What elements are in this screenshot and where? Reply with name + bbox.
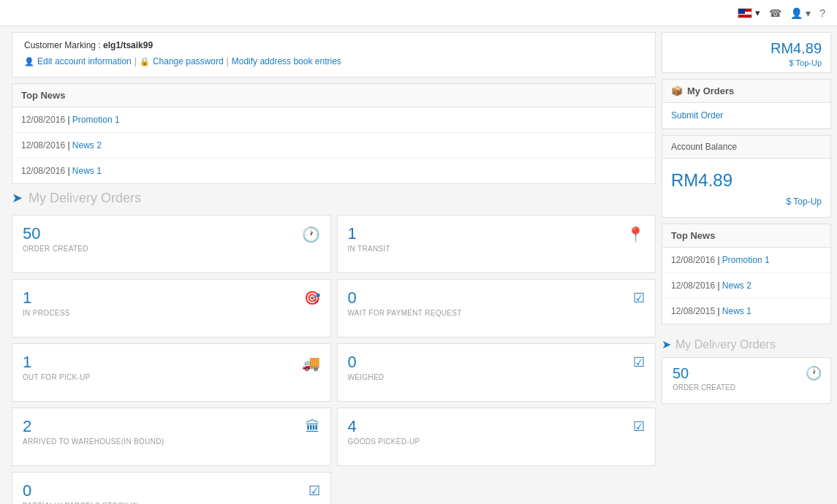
order-label-warehouse: ARRIVED TO WAREHOUSE(IN BOUND) xyxy=(23,438,320,446)
order-card-goods[interactable]: 4 GOODS PICKED-UP ☑ xyxy=(337,408,656,466)
top-news-header: Top News xyxy=(12,84,655,107)
sidebar-delivery-title-text: My Delivery Orders xyxy=(675,338,776,351)
small-balance-box: RM4.89 $ Top-Up xyxy=(662,32,831,73)
sidebar-top-news: Top News 12/08/2016 | Promotion 1 12/08/… xyxy=(662,224,831,324)
order-count-process: 1 xyxy=(23,290,320,306)
news-link-2[interactable]: News 2 xyxy=(72,140,102,150)
sidebar-news-link-3[interactable]: News 1 xyxy=(722,306,751,316)
order-label-goods: GOODS PICKED-UP xyxy=(348,438,645,446)
page-content: Customer Marking : elg1/tsaik99 👤 Edit a… xyxy=(0,26,837,504)
language-selector[interactable]: ▾ xyxy=(738,7,760,18)
order-count-transit: 1 xyxy=(348,226,645,242)
my-orders-header: 📦 My Orders xyxy=(662,80,830,103)
order-label-pickup: OUT FOR PICK-UP xyxy=(23,373,320,381)
order-card-weighed[interactable]: 0 WEIGHED ☑ xyxy=(337,343,656,402)
modify-address-link[interactable]: Modify address book entries xyxy=(232,56,341,66)
news-item-2: 12/08/2016 | News 2 xyxy=(12,133,655,159)
sidebar-mini-label-created: ORDER CREATED xyxy=(673,383,820,392)
checkbox-payment-icon: ☑ xyxy=(633,290,645,306)
order-card-warehouse[interactable]: 2 ARRIVED TO WAREHOUSE(IN BOUND) 🏛 xyxy=(12,408,331,466)
order-label-payment: WAIT FOR PAYMENT REQUEST xyxy=(348,309,645,317)
customer-marking: Customer Marking : elg1/tsaik99 xyxy=(24,40,643,50)
sidebar-news-item-1: 12/08/2016 | Promotion 1 xyxy=(662,248,830,273)
order-count-parcels: 0 xyxy=(23,483,320,499)
order-label-weighed: WEIGHED xyxy=(348,373,645,381)
sidebar-delivery-title: ➤ My Delivery Orders xyxy=(662,330,831,357)
news-date-2: 12/08/2016 xyxy=(21,140,65,150)
order-count-payment: 0 xyxy=(348,290,645,306)
submit-order-link[interactable]: Submit Order xyxy=(662,103,830,129)
customer-marking-label: Customer Marking : xyxy=(24,40,101,50)
orders-package-icon: 📦 xyxy=(671,85,683,96)
small-topup-link[interactable]: $ Top-Up xyxy=(789,58,822,67)
sidebar-news-date-3: 12/08/2015 xyxy=(671,306,715,316)
orders-grid: 50 ORDER CREATED 🕐 1 IN TRANSIT 📍 1 IN P… xyxy=(12,215,656,504)
order-label-created: ORDER CREATED xyxy=(23,245,320,253)
sidebar-clock-icon: 🕐 xyxy=(806,365,822,381)
order-label-process: IN PROCESS xyxy=(23,309,320,317)
process-icon: 🎯 xyxy=(304,290,320,306)
sidebar-news-link-1[interactable]: Promotion 1 xyxy=(722,255,770,265)
delivery-orders-section: ➤ My Delivery Orders 50 ORDER CREATED 🕐 … xyxy=(12,190,656,504)
news-date-1: 12/08/2016 xyxy=(21,115,65,125)
small-balance-amount: RM4.89 xyxy=(671,40,822,57)
phone-icon[interactable]: ☎ xyxy=(769,7,781,19)
lock-icon: 🔒 xyxy=(140,57,150,66)
sidebar-news-date-1: 12/08/2016 xyxy=(671,255,715,265)
sidebar-delivery-arrow-icon: ➤ xyxy=(662,337,671,351)
delivery-title-text: My Delivery Orders xyxy=(29,191,141,206)
balance-header: Account Balance xyxy=(662,136,830,159)
news-link-1[interactable]: Promotion 1 xyxy=(72,115,120,125)
topup-link[interactable]: $ Top-Up xyxy=(662,196,830,217)
news-item-3: 12/08/2016 | News 1 xyxy=(12,159,655,183)
user-icon[interactable]: 👤 ▾ xyxy=(790,7,811,19)
order-card-created[interactable]: 50 ORDER CREATED 🕐 xyxy=(12,215,331,273)
order-count-created: 50 xyxy=(23,226,320,242)
clock-icon: 🕐 xyxy=(302,226,320,243)
edit-user-icon: 👤 xyxy=(24,57,34,66)
order-count-goods: 4 xyxy=(348,419,645,435)
order-card-process[interactable]: 1 IN PROCESS 🎯 xyxy=(12,279,331,337)
sidebar-news-item-3: 12/08/2015 | News 1 xyxy=(662,299,830,324)
delivery-arrow-icon: ➤ xyxy=(12,190,23,206)
separator-1: | xyxy=(135,56,137,66)
order-count-pickup: 1 xyxy=(23,354,320,370)
sidebar-news-item-2: 12/08/2016 | News 2 xyxy=(662,273,830,299)
checkbox-goods-icon: ☑ xyxy=(633,419,645,435)
balance-amount: RM4.89 xyxy=(662,159,830,196)
delivery-title: ➤ My Delivery Orders xyxy=(12,190,656,206)
top-news-section: Top News 12/08/2016 | Promotion 1 12/08/… xyxy=(12,83,656,184)
checkbox-weighed-icon: ☑ xyxy=(633,354,645,370)
chevron-down-icon: ▾ xyxy=(755,7,760,18)
warehouse-icon: 🏛 xyxy=(306,419,320,435)
help-icon[interactable]: ? xyxy=(819,7,825,19)
sidebar-top-news-header: Top News xyxy=(662,224,830,248)
top-bar: ▾ ☎ 👤 ▾ ? xyxy=(0,0,837,26)
order-label-transit: IN TRANSIT xyxy=(348,245,645,253)
checkbox-parcels-icon: ☑ xyxy=(308,483,320,499)
order-card-transit[interactable]: 1 IN TRANSIT 📍 xyxy=(337,215,656,273)
news-link-3[interactable]: News 1 xyxy=(72,166,102,176)
right-sidebar: RM4.89 $ Top-Up 📦 My Orders Submit Order… xyxy=(662,26,837,504)
flag-icon xyxy=(738,8,752,18)
account-links: 👤 Edit account information | 🔒 Change pa… xyxy=(24,56,643,66)
news-item-1: 12/08/2016 | Promotion 1 xyxy=(12,107,655,133)
sidebar-news-date-2: 12/08/2016 xyxy=(671,280,715,291)
sidebar-mini-count-created: 50 xyxy=(673,365,820,382)
order-card-parcels[interactable]: 0 PARTIALLY PARCELS STOCK IN ☑ xyxy=(12,472,331,504)
change-password-link[interactable]: Change password xyxy=(153,56,224,66)
edit-account-link[interactable]: Edit account information xyxy=(37,56,132,66)
sidebar-mini-card-created[interactable]: 50 ORDER CREATED 🕐 xyxy=(662,357,831,404)
separator-2: | xyxy=(227,56,229,66)
order-card-pickup[interactable]: 1 OUT FOR PICK-UP 🚚 xyxy=(12,343,331,402)
truck-icon: 🚚 xyxy=(302,354,320,372)
sidebar-news-link-2[interactable]: News 2 xyxy=(722,280,751,291)
order-count-weighed: 0 xyxy=(348,354,645,370)
pin-icon: 📍 xyxy=(626,226,645,243)
account-balance-section: Account Balance RM4.89 $ Top-Up xyxy=(662,135,831,218)
my-orders-title: My Orders xyxy=(687,85,734,96)
news-date-3: 12/08/2016 xyxy=(21,166,65,176)
customer-marking-value: elg1/tsaik99 xyxy=(103,40,153,50)
order-card-payment[interactable]: 0 WAIT FOR PAYMENT REQUEST ☑ xyxy=(337,279,656,337)
my-orders-sidebar: 📦 My Orders Submit Order xyxy=(662,79,831,129)
